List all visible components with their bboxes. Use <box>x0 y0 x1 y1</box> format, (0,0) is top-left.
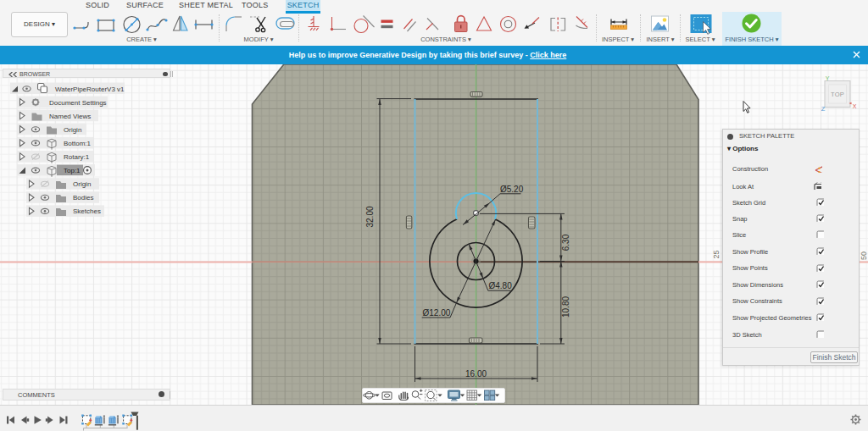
svg-text:TOP: TOP <box>831 91 844 98</box>
svg-text:16.00: 16.00 <box>465 369 487 379</box>
svg-text:Bodies: Bodies <box>73 194 93 202</box>
svg-text:X: X <box>853 103 857 109</box>
svg-text:Named Views: Named Views <box>49 113 91 120</box>
svg-text:Ø12.00: Ø12.00 <box>423 308 451 318</box>
svg-text:Sketches: Sketches <box>73 207 101 215</box>
svg-text:Z: Z <box>821 105 826 113</box>
svg-text:Bottom:1: Bottom:1 <box>64 140 92 147</box>
svg-text:Ø5.20: Ø5.20 <box>500 185 524 194</box>
svg-text:25: 25 <box>712 250 721 258</box>
svg-text:Y: Y <box>826 75 830 81</box>
svg-text:Ø4.80: Ø4.80 <box>489 281 513 290</box>
svg-text:WaterPipeRouterV3 v1: WaterPipeRouterV3 v1 <box>55 86 125 93</box>
svg-text:Origin: Origin <box>64 126 81 134</box>
svg-text:32.00: 32.00 <box>365 206 375 227</box>
svg-text:10.80: 10.80 <box>561 296 570 318</box>
svg-text:50: 50 <box>860 251 868 260</box>
svg-text:Document Settings: Document Settings <box>49 99 107 107</box>
svg-text:6.30: 6.30 <box>561 234 570 251</box>
svg-text:Rotary:1: Rotary:1 <box>64 153 90 161</box>
svg-text:Origin: Origin <box>73 180 91 188</box>
svg-text:Top:1: Top:1 <box>64 167 81 174</box>
